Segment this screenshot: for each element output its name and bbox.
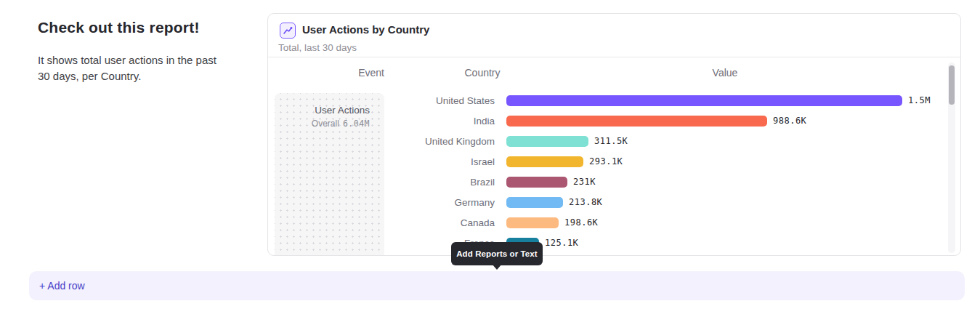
line-chart-icon xyxy=(280,23,296,39)
column-header-value: Value xyxy=(678,67,772,79)
value-label: 125.1K xyxy=(545,238,578,248)
value-bar[interactable] xyxy=(506,217,559,228)
value-bar[interactable] xyxy=(506,136,588,147)
value-label: 988.6K xyxy=(773,116,806,126)
tooltip-label: Add Reports or Text xyxy=(456,249,538,258)
page-description: It shows total user actions in the past … xyxy=(38,52,219,84)
scrollbar-track[interactable] xyxy=(948,63,955,253)
tooltip-arrow xyxy=(492,264,502,270)
value-bar[interactable] xyxy=(506,197,563,208)
chart-row: United States1.5M xyxy=(268,90,946,111)
value-bar[interactable] xyxy=(506,116,767,127)
chart-row: United Kingdom311.5K xyxy=(268,131,946,151)
report-subtitle: Total, last 30 days xyxy=(278,42,357,53)
column-header-country: Country xyxy=(435,67,530,79)
chart-row: Brazil231K xyxy=(268,172,946,192)
add-row-button[interactable]: + Add row xyxy=(29,271,965,300)
chart-row: Germany213.8K xyxy=(268,192,946,212)
intro-block: Check out this report! It shows total us… xyxy=(38,19,219,84)
country-label: India xyxy=(268,116,495,127)
report-card-header: User Actions by Country Total, last 30 d… xyxy=(268,14,960,57)
chart-row: France125.1K xyxy=(268,233,946,253)
value-label: 311.5K xyxy=(594,136,628,146)
column-header-event: Event xyxy=(268,67,384,79)
chart-rows: United States1.5MIndia988.6KUnited Kingd… xyxy=(268,90,946,253)
country-label: Germany xyxy=(268,197,495,208)
value-bar[interactable] xyxy=(506,177,567,188)
value-label: 293.1K xyxy=(589,156,623,166)
add-reports-tooltip: Add Reports or Text xyxy=(451,242,543,265)
value-bar[interactable] xyxy=(506,156,583,167)
country-label: Israel xyxy=(268,156,495,167)
country-label: Canada xyxy=(268,217,495,228)
report-card[interactable]: User Actions by Country Total, last 30 d… xyxy=(267,13,961,256)
country-label: Brazil xyxy=(268,177,495,188)
chart-row: Israel293.1K xyxy=(268,151,946,172)
scrollbar-thumb[interactable] xyxy=(949,65,955,105)
country-label: United Kingdom xyxy=(268,136,495,147)
value-label: 198.6K xyxy=(564,217,598,228)
value-label: 213.8K xyxy=(569,197,602,207)
chart-row: Canada198.6K xyxy=(268,212,946,233)
add-row-label: + Add row xyxy=(39,280,85,292)
report-chart-body: Event Country Value User Actions Overall… xyxy=(268,58,960,255)
chart-row: India988.6K xyxy=(268,111,946,131)
value-label: 1.5M xyxy=(908,95,931,105)
country-label: United States xyxy=(268,95,495,106)
report-title: User Actions by Country xyxy=(302,23,429,36)
page-title: Check out this report! xyxy=(38,19,219,36)
value-bar[interactable] xyxy=(506,95,902,106)
value-label: 231K xyxy=(573,177,596,187)
